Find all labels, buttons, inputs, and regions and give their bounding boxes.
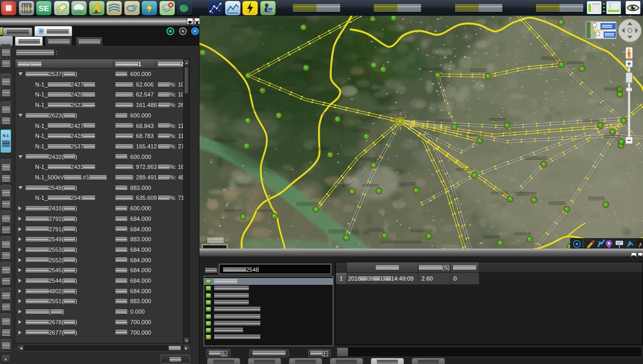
svg-text:SE: SE [38,4,49,13]
svg-text:SCADA: SCADA [20,7,33,10]
